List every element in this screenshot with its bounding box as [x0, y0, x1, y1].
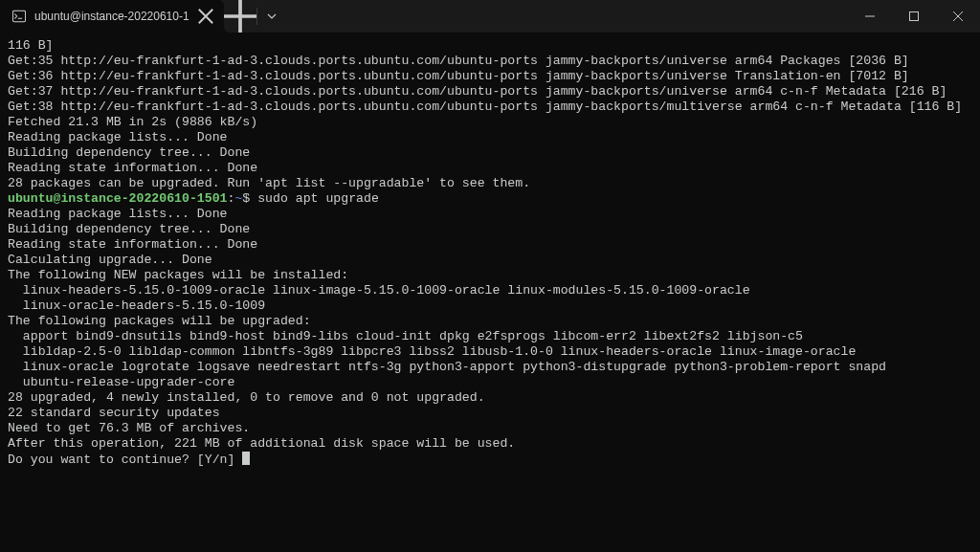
minimize-button[interactable] — [848, 0, 892, 33]
svg-rect-0 — [12, 11, 25, 21]
terminal-line: Reading state information... Done — [8, 237, 972, 253]
terminal-window: ubuntu@instance-20220610-1 116 B]Get:35 … — [0, 0, 980, 552]
terminal-line: Do you want to continue? [Y/n] — [8, 452, 972, 468]
terminal-line: The following packages will be upgraded: — [8, 314, 972, 329]
terminal-line: linux-oracle-headers-5.15.0-1009 — [8, 298, 972, 314]
terminal-line: 22 standard security updates — [8, 406, 972, 421]
terminal-line: Fetched 21.3 MB in 2s (9886 kB/s) — [8, 115, 972, 130]
titlebar: ubuntu@instance-20220610-1 — [0, 0, 980, 33]
terminal-line: libldap-2.5-0 libldap-common libntfs-3g8… — [8, 344, 972, 360]
prompt-command: sudo apt upgrade — [257, 191, 379, 206]
terminal-line: Get:36 http://eu-frankfurt-1-ad-3.clouds… — [8, 69, 972, 84]
terminal-line: Get:37 http://eu-frankfurt-1-ad-3.clouds… — [8, 84, 972, 99]
titlebar-drag-area[interactable] — [286, 0, 848, 33]
terminal-line: Reading state information... Done — [8, 161, 972, 176]
terminal-line: linux-headers-5.15.0-1009-oracle linux-i… — [8, 283, 972, 298]
terminal-icon — [11, 9, 27, 24]
terminal-line: 28 packages can be upgraded. Run 'apt li… — [8, 176, 972, 191]
terminal-line: linux-oracle logrotate logsave needresta… — [8, 360, 972, 375]
terminal-line: Reading package lists... Done — [8, 207, 972, 222]
tab-dropdown-button[interactable] — [257, 0, 286, 33]
terminal-line: apport bind9-dnsutils bind9-host bind9-l… — [8, 329, 972, 344]
svg-rect-3 — [910, 12, 919, 21]
terminal-line: The following NEW packages will be insta… — [8, 268, 972, 283]
terminal-line: Building dependency tree... Done — [8, 222, 972, 237]
tab-close-button[interactable] — [197, 8, 214, 25]
terminal-line: Get:38 http://eu-frankfurt-1-ad-3.clouds… — [8, 99, 972, 115]
prompt-line: ubuntu@instance-20220610-1501:~$ sudo ap… — [8, 191, 972, 207]
terminal-line: Reading package lists... Done — [8, 130, 972, 145]
terminal-line: After this operation, 221 MB of addition… — [8, 436, 972, 452]
close-button[interactable] — [936, 0, 980, 33]
terminal-line: Calculating upgrade... Done — [8, 253, 972, 268]
terminal-line: Building dependency tree... Done — [8, 145, 972, 161]
terminal-output[interactable]: 116 B]Get:35 http://eu-frankfurt-1-ad-3.… — [0, 33, 980, 552]
terminal-line: 116 B] — [8, 38, 972, 54]
prompt-dollar: $ — [242, 191, 257, 206]
terminal-line: Need to get 76.3 MB of archives. — [8, 421, 972, 436]
terminal-line: Get:35 http://eu-frankfurt-1-ad-3.clouds… — [8, 54, 972, 69]
terminal-line: ubuntu-release-upgrader-core — [8, 375, 972, 390]
maximize-button[interactable] — [892, 0, 936, 33]
terminal-line: 28 upgraded, 4 newly installed, 0 to rem… — [8, 390, 972, 406]
tab-title: ubuntu@instance-20220610-1 — [34, 10, 189, 23]
terminal-cursor — [242, 452, 250, 465]
prompt-user-host: ubuntu@instance-20220610-1501 — [8, 191, 228, 206]
terminal-tab[interactable]: ubuntu@instance-20220610-1 — [0, 0, 224, 33]
